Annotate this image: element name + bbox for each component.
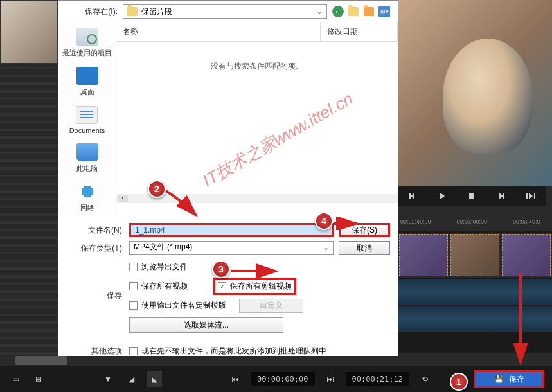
- save-options-label: 保存:: [66, 290, 124, 301]
- save-dialog: 保存在(I): 保留片段 ⌄ ← ⊞▾ 最近使用的项目 桌面 Docume: [58, 0, 398, 360]
- new-folder-icon[interactable]: [363, 6, 375, 17]
- timeline-clip[interactable]: [502, 234, 551, 276]
- other-options-label: 其他选项:: [66, 346, 124, 357]
- cancel-button[interactable]: 取消: [339, 241, 390, 255]
- timeline-clip[interactable]: [399, 234, 448, 276]
- goto-end-icon[interactable]: ⏭: [323, 371, 338, 387]
- filename-input[interactable]: [129, 223, 334, 237]
- column-modified[interactable]: 修改日期: [321, 22, 398, 41]
- form-area: 文件名(N): 保存(S) 保存类型(T): MP4文件 (*.mp4) 取消 …: [58, 215, 398, 367]
- sidebar-item-recent[interactable]: 最近使用的项目: [62, 28, 112, 58]
- audio-track[interactable]: [398, 279, 552, 305]
- save-in-value: 保留片段: [141, 6, 172, 17]
- svg-rect-0: [409, 193, 411, 199]
- documents-icon: [76, 106, 98, 124]
- filetype-label: 保存类型(T):: [66, 243, 124, 254]
- empty-message: 没有与搜索条件匹配的项。: [116, 42, 398, 91]
- sidebar-item-thispc[interactable]: 此电脑: [76, 143, 98, 174]
- player-controls: [398, 186, 546, 206]
- bottom-toolbar: ▭ ⊞ ▼ ◢ ◣ ⏮ 00:00:00;00 ⏭ 00:00:21;12 ⟲ …: [0, 366, 552, 392]
- ruler-tick: 00:03:00:00: [457, 218, 488, 225]
- video-track[interactable]: [398, 233, 552, 278]
- save-in-combobox[interactable]: 保留片段 ⌄: [123, 4, 327, 19]
- sidebar-item-desktop[interactable]: 桌面: [76, 67, 98, 97]
- checkbox-queue[interactable]: [129, 347, 138, 355]
- time-start[interactable]: 00:00:00;00: [251, 372, 314, 386]
- save-in-label: 保存在(I):: [66, 6, 118, 17]
- select-media-stream-button[interactable]: 选取媒体流...: [129, 317, 283, 333]
- filmstrip-icon[interactable]: ⊞: [31, 371, 46, 387]
- marker-in-icon[interactable]: ◢: [123, 371, 139, 387]
- places-sidebar: 最近使用的项目 桌面 Documents 此电脑 网络: [58, 22, 116, 215]
- svg-rect-4: [534, 193, 535, 199]
- prev-frame-button[interactable]: [405, 189, 420, 203]
- back-icon[interactable]: ←: [332, 6, 344, 17]
- column-name[interactable]: 名称: [116, 22, 321, 41]
- checkbox-save-all-video[interactable]: [129, 282, 138, 290]
- next-frame-button[interactable]: [494, 189, 508, 203]
- file-list-header: 名称 修改日期: [116, 22, 398, 42]
- sidebar-item-documents[interactable]: Documents: [69, 106, 105, 134]
- svg-rect-1: [469, 193, 474, 199]
- annotation-badge-4: 4: [315, 212, 333, 230]
- audio-track[interactable]: [398, 306, 552, 332]
- filename-label: 文件名(N):: [66, 225, 124, 236]
- view-icon[interactable]: ⊞▾: [378, 6, 390, 17]
- folder-icon: [127, 7, 138, 16]
- scrollbar-thumb[interactable]: [15, 356, 67, 365]
- svg-rect-2: [503, 193, 504, 199]
- sidebar-item-network[interactable]: 网络: [76, 183, 98, 213]
- annotation-badge-2: 2: [148, 180, 166, 198]
- checkbox-save-all-clip[interactable]: ✓: [218, 282, 226, 290]
- time-end[interactable]: 00:00:21;12: [346, 372, 409, 386]
- filter-icon[interactable]: ▼: [100, 371, 116, 387]
- annotation-badge-1: 1: [450, 373, 468, 391]
- ruler-tick: 00:02:40:00: [400, 218, 431, 225]
- preview-frame-content: [443, 39, 533, 154]
- custom-button: 自定义: [239, 299, 303, 313]
- checkbox-label: 浏览导出文件: [141, 262, 188, 272]
- annotation-badge-3: 3: [212, 260, 230, 278]
- timeline-ruler[interactable]: 00:02:40:00 00:03:00:00 00:03:40:0: [398, 212, 552, 231]
- save-disk-icon: 💾: [494, 375, 504, 384]
- checkbox-label: 保存所有剪辑视频: [230, 281, 292, 292]
- svg-rect-3: [526, 193, 528, 199]
- source-thumbnail[interactable]: [0, 0, 58, 64]
- checkbox-label: 保存所有视频: [141, 281, 188, 292]
- loop-icon[interactable]: ⟲: [417, 371, 432, 387]
- filetype-select[interactable]: MP4文件 (*.mp4): [129, 241, 334, 255]
- computer-icon: [76, 143, 98, 161]
- nav-toolbar: ← ⊞▾: [332, 6, 390, 17]
- desktop-icon: [76, 67, 98, 85]
- marker-out-icon[interactable]: ◣: [147, 371, 162, 387]
- stop-button[interactable]: [465, 189, 479, 203]
- scroll-left-icon[interactable]: ‹: [118, 195, 128, 202]
- goto-end-button[interactable]: [524, 189, 538, 203]
- network-icon: [76, 183, 98, 200]
- goto-start-icon[interactable]: ⏮: [227, 371, 243, 387]
- checkbox-use-template[interactable]: [129, 301, 138, 310]
- timeline-panel[interactable]: 00:02:40:00 00:03:00:00 00:03:40:0: [398, 212, 552, 353]
- bottom-save-button[interactable]: 💾 保存: [474, 370, 544, 388]
- save-button[interactable]: 保存(S): [339, 223, 390, 237]
- timeline-clip[interactable]: [450, 234, 499, 276]
- up-icon[interactable]: [348, 6, 359, 17]
- project-icon[interactable]: ▭: [8, 371, 23, 387]
- editor-horizontal-scrollbar[interactable]: [3, 356, 549, 365]
- play-button[interactable]: [435, 189, 449, 203]
- recent-icon: [76, 28, 98, 46]
- checkbox-browse-export[interactable]: [129, 263, 138, 271]
- preview-panel: [398, 0, 552, 186]
- checkbox-label: 现在先不输出文件，而是将此次所添加到批处理队列中: [141, 346, 326, 357]
- checkbox-label: 使用输出文件名定制模版: [141, 300, 226, 311]
- ruler-tick: 00:03:40:0: [513, 218, 540, 225]
